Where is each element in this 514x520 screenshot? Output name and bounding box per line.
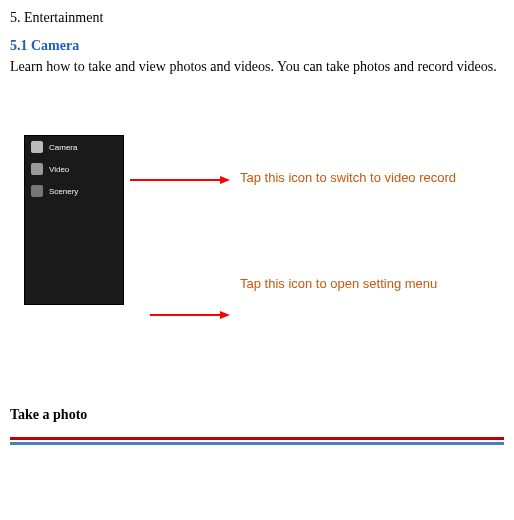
take-photo-heading: Take a photo bbox=[10, 407, 504, 423]
callout-video-switch: Tap this icon to switch to video record bbox=[240, 169, 460, 187]
footer-divider bbox=[10, 437, 504, 445]
menu-row-video: Video bbox=[25, 158, 123, 180]
section-title: 5. Entertainment bbox=[10, 10, 504, 26]
figure-area: Camera Video Scenery Tap this icon to sw… bbox=[10, 117, 504, 377]
video-icon bbox=[31, 163, 43, 175]
subsection-title: 5.1 Camera bbox=[10, 38, 504, 54]
intro-paragraph: Learn how to take and view photos and vi… bbox=[10, 56, 504, 77]
callout-settings-menu: Tap this icon to open setting menu bbox=[240, 275, 460, 293]
menu-label-video: Video bbox=[49, 165, 69, 174]
menu-row-scenery: Scenery bbox=[25, 180, 123, 202]
menu-label-camera: Camera bbox=[49, 143, 77, 152]
menu-label-scenery: Scenery bbox=[49, 187, 78, 196]
scenery-icon bbox=[31, 185, 43, 197]
footer-line-red bbox=[10, 437, 504, 440]
footer-line-blue bbox=[10, 442, 504, 445]
phone-screenshot: Camera Video Scenery bbox=[24, 135, 124, 305]
camera-icon bbox=[31, 141, 43, 153]
menu-row-camera: Camera bbox=[25, 136, 123, 158]
